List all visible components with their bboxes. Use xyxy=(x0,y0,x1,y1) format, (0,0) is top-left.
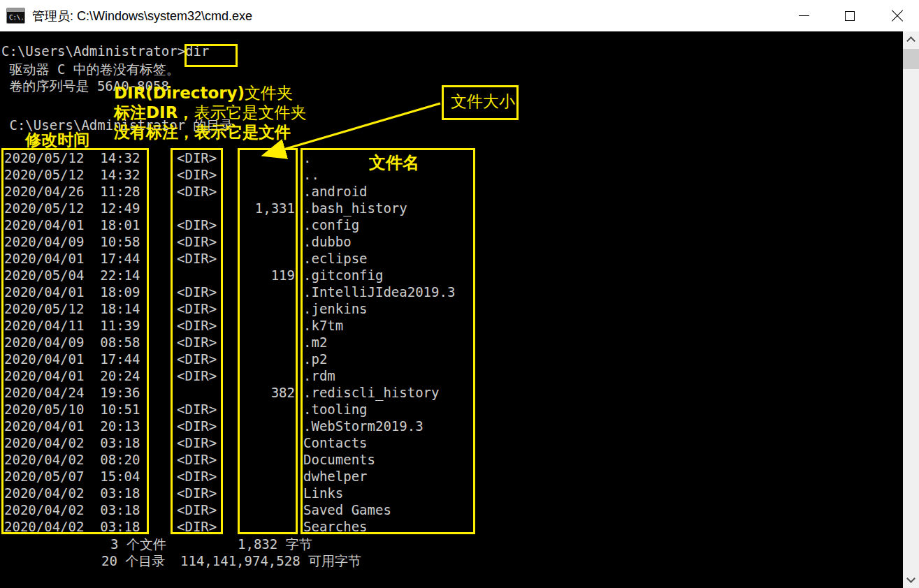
cmd-icon: C:\. xyxy=(6,8,25,24)
maximize-icon xyxy=(845,11,855,21)
file-name-label: 文件名 xyxy=(369,154,419,171)
dir-note-line1-rest: 文件夹 xyxy=(245,84,293,102)
summary-files-bytes: 1,832 字节 xyxy=(238,536,312,552)
cmd-icon-titlebar xyxy=(7,8,24,12)
annotation-box-dir-command xyxy=(184,44,238,67)
prompt-command-line: C:\Users\Administrator>dir xyxy=(1,43,209,59)
dir-note-line1-bold: DIR(Directory) xyxy=(114,84,245,102)
cmd-icon-prompt-text: C:\. xyxy=(9,13,24,22)
file-size-label: 文件大小 xyxy=(451,93,515,110)
dir-note-line2-rest: 表示它是文件夹 xyxy=(194,103,306,122)
summary-files-count: 3 个文件 xyxy=(110,536,166,552)
annotation-box-size-column xyxy=(238,148,298,534)
scrollbar-thumb[interactable] xyxy=(903,49,919,69)
window-title: 管理员: C:\Windows\system32\cmd.exe xyxy=(32,8,252,24)
dir-note-line1: DIR(Directory)文件夹 xyxy=(114,84,293,101)
annotation-box-dir-column xyxy=(171,148,223,534)
scroll-up-button[interactable] xyxy=(903,31,919,47)
cmd-window: C:\. 管理员: C:\Windows\system32\cmd.exe C:… xyxy=(0,0,919,588)
summary-dirs-count: 20 个目录 xyxy=(101,552,165,569)
chevron-up-icon xyxy=(906,36,916,45)
volume-line: 驱动器 C 中的卷没有标签。 xyxy=(1,61,180,78)
close-icon xyxy=(890,10,902,22)
modified-time-label: 修改时间 xyxy=(25,131,89,148)
scroll-down-button[interactable] xyxy=(903,572,919,588)
summary-free-bytes: 114,141,974,528 可用字节 xyxy=(180,552,361,569)
title-bar: C:\. 管理员: C:\Windows\system32\cmd.exe xyxy=(0,0,919,31)
dir-note-line2-bold: 标注DIR， xyxy=(114,103,194,122)
dir-note-line3: 没有标注，表示它是文件 xyxy=(114,124,291,140)
maximize-button[interactable] xyxy=(827,0,873,31)
annotation-box-date-column xyxy=(1,148,149,534)
close-button[interactable] xyxy=(873,0,919,31)
annotation-box-name-column xyxy=(301,148,475,534)
console-output[interactable]: C:\Users\Administrator>dir 驱动器 C 中的卷没有标签… xyxy=(0,31,903,588)
dir-note-line2: 标注DIR，表示它是文件夹 xyxy=(114,104,306,121)
vertical-scrollbar[interactable] xyxy=(903,31,919,588)
minimize-button[interactable] xyxy=(781,0,827,31)
minimize-icon xyxy=(799,15,809,16)
chevron-down-icon xyxy=(906,574,916,583)
window-controls xyxy=(781,0,919,31)
